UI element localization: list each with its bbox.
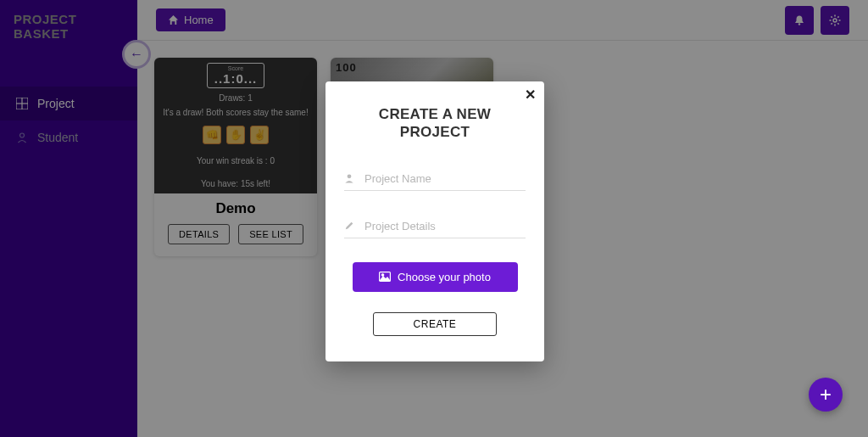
add-project-fab[interactable]: + [809, 378, 843, 412]
image-icon [379, 272, 391, 282]
choose-photo-label: Choose your photo [398, 271, 491, 283]
pencil-icon [344, 221, 356, 231]
user-icon [344, 173, 356, 183]
project-name-input[interactable] [364, 172, 526, 185]
modal-title: CREATE A NEW PROJECT [344, 105, 526, 142]
project-details-field [344, 215, 526, 238]
create-button[interactable]: CREATE [373, 312, 497, 336]
project-details-input[interactable] [364, 220, 526, 233]
svg-point-16 [381, 274, 383, 276]
choose-photo-button[interactable]: Choose your photo [353, 262, 518, 292]
plus-icon: + [820, 383, 832, 406]
project-name-field [344, 167, 526, 191]
create-project-modal: ✕ CREATE A NEW PROJECT Choose your photo… [326, 81, 544, 361]
svg-point-14 [348, 174, 352, 178]
close-button[interactable]: ✕ [525, 87, 536, 103]
close-icon: ✕ [525, 87, 536, 102]
